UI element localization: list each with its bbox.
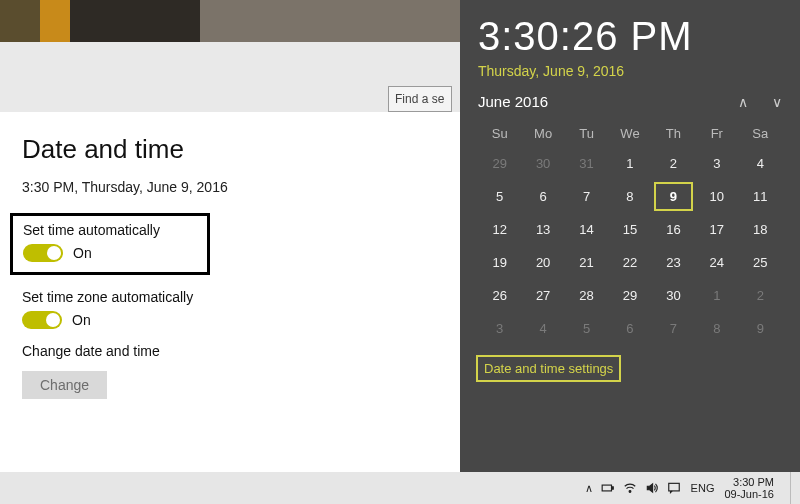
taskbar: ∧ ENG 3:30 PM 09-Jun-16	[0, 472, 800, 504]
calendar-day[interactable]: 8	[695, 312, 738, 345]
clock-calendar-flyout: 3:30:26 PM Thursday, June 9, 2016 June 2…	[460, 0, 800, 472]
calendar-day[interactable]: 6	[521, 180, 564, 213]
calendar-day[interactable]: 20	[521, 246, 564, 279]
settings-panel: Date and time 3:30 PM, Thursday, June 9,…	[0, 112, 460, 472]
calendar-dow: Su	[478, 120, 521, 147]
calendar-day[interactable]: 29	[478, 147, 521, 180]
calendar-day[interactable]: 3	[478, 312, 521, 345]
calendar-day[interactable]: 17	[695, 213, 738, 246]
calendar-day[interactable]: 24	[695, 246, 738, 279]
taskbar-date: 09-Jun-16	[724, 488, 774, 500]
calendar-dow: Fr	[695, 120, 738, 147]
calendar-day[interactable]: 27	[521, 279, 564, 312]
calendar-day[interactable]: 5	[478, 180, 521, 213]
auto-time-label: Set time automatically	[23, 222, 197, 238]
desktop-wallpaper-strip	[0, 0, 460, 42]
date-time-settings-link[interactable]: Date and time settings	[478, 357, 619, 380]
calendar-day[interactable]: 10	[695, 180, 738, 213]
calendar-day[interactable]: 7	[565, 180, 608, 213]
calendar-next-icon[interactable]: ∨	[772, 94, 782, 110]
taskbar-time: 3:30 PM	[724, 476, 774, 488]
calendar-day[interactable]: 14	[565, 213, 608, 246]
battery-icon[interactable]	[601, 481, 615, 495]
show-desktop-button[interactable]	[790, 472, 796, 504]
calendar-dow: Mo	[521, 120, 564, 147]
calendar-day[interactable]: 31	[565, 147, 608, 180]
calendar-day[interactable]: 21	[565, 246, 608, 279]
calendar-day[interactable]: 15	[608, 213, 651, 246]
find-setting-input[interactable]: Find a se	[388, 86, 452, 112]
calendar-day[interactable]: 4	[521, 312, 564, 345]
calendar-day[interactable]: 7	[652, 312, 695, 345]
calendar-day[interactable]: 5	[565, 312, 608, 345]
volume-icon[interactable]	[645, 481, 659, 495]
calendar-day[interactable]: 26	[478, 279, 521, 312]
page-title: Date and time	[22, 134, 438, 165]
calendar-grid: SuMoTuWeThFrSa 2930311234567891011121314…	[478, 120, 782, 345]
svg-point-2	[629, 491, 631, 493]
calendar-day[interactable]: 28	[565, 279, 608, 312]
change-datetime-label: Change date and time	[22, 343, 438, 359]
calendar-day[interactable]: 8	[608, 180, 651, 213]
calendar-month-label[interactable]: June 2016	[478, 93, 548, 110]
calendar-day[interactable]: 2	[739, 279, 782, 312]
auto-time-toggle[interactable]	[23, 244, 63, 262]
calendar-day[interactable]: 9	[739, 312, 782, 345]
calendar-day[interactable]: 11	[739, 180, 782, 213]
svg-rect-0	[602, 485, 611, 491]
calendar-day[interactable]: 2	[652, 147, 695, 180]
auto-tz-state: On	[72, 312, 91, 328]
auto-tz-label: Set time zone automatically	[22, 289, 438, 305]
system-tray[interactable]: ∧	[585, 481, 681, 495]
taskbar-clock[interactable]: 3:30 PM 09-Jun-16	[724, 476, 774, 500]
calendar-day[interactable]: 12	[478, 213, 521, 246]
calendar-day[interactable]: 4	[739, 147, 782, 180]
calendar-day[interactable]: 29	[608, 279, 651, 312]
highlight-auto-time: Set time automatically On	[10, 213, 210, 275]
flyout-date: Thursday, June 9, 2016	[478, 63, 782, 79]
auto-time-state: On	[73, 245, 92, 261]
calendar-day[interactable]: 13	[521, 213, 564, 246]
calendar-day[interactable]: 30	[521, 147, 564, 180]
tray-overflow-icon[interactable]: ∧	[585, 482, 593, 495]
calendar-day[interactable]: 18	[739, 213, 782, 246]
calendar-day-today[interactable]: 9	[652, 180, 695, 213]
svg-rect-1	[612, 487, 613, 489]
wifi-icon[interactable]	[623, 481, 637, 495]
language-indicator[interactable]: ENG	[691, 482, 715, 494]
calendar-day[interactable]: 6	[608, 312, 651, 345]
calendar-day[interactable]: 30	[652, 279, 695, 312]
calendar-day[interactable]: 22	[608, 246, 651, 279]
calendar-dow: Sa	[739, 120, 782, 147]
auto-tz-toggle[interactable]	[22, 311, 62, 329]
calendar-day[interactable]: 3	[695, 147, 738, 180]
calendar-dow: Th	[652, 120, 695, 147]
action-center-icon[interactable]	[667, 481, 681, 495]
calendar-dow: We	[608, 120, 651, 147]
calendar-day[interactable]: 1	[608, 147, 651, 180]
calendar-day[interactable]: 1	[695, 279, 738, 312]
calendar-day[interactable]: 25	[739, 246, 782, 279]
svg-rect-3	[668, 483, 679, 491]
calendar-day[interactable]: 19	[478, 246, 521, 279]
calendar-day[interactable]: 16	[652, 213, 695, 246]
calendar-day[interactable]: 23	[652, 246, 695, 279]
current-datetime-readout: 3:30 PM, Thursday, June 9, 2016	[22, 179, 438, 195]
calendar-prev-icon[interactable]: ∧	[738, 94, 748, 110]
flyout-time: 3:30:26 PM	[478, 14, 782, 59]
change-button[interactable]: Change	[22, 371, 107, 399]
calendar-dow: Tu	[565, 120, 608, 147]
